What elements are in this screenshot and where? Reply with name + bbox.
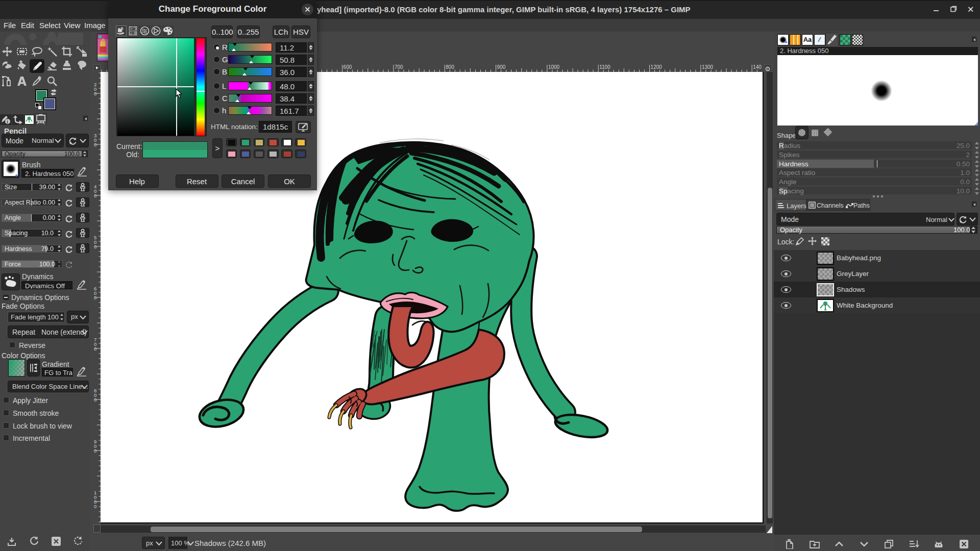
svg-text:0: 0 <box>94 448 96 454</box>
svg-text:1200: 1200 <box>651 64 663 70</box>
svg-text:0: 0 <box>94 142 96 147</box>
svg-text:1400: 1400 <box>753 64 762 70</box>
svg-text:0: 0 <box>94 193 96 198</box>
svg-text:0: 0 <box>94 91 96 96</box>
svg-text:CM: CM <box>130 27 135 31</box>
svg-text:0: 0 <box>94 295 96 300</box>
svg-text:0: 0 <box>94 504 96 509</box>
svg-text:700: 700 <box>395 64 403 70</box>
svg-text:900: 900 <box>497 64 506 70</box>
svg-text:YK: YK <box>130 31 135 35</box>
svg-text:1000: 1000 <box>548 64 560 70</box>
svg-text:0: 0 <box>94 244 96 249</box>
svg-text:1300: 1300 <box>702 64 714 70</box>
svg-text:i: i <box>7 119 8 124</box>
svg-text:1100: 1100 <box>599 64 610 70</box>
svg-text:0: 0 <box>94 346 96 352</box>
svg-text:600: 600 <box>344 64 352 70</box>
svg-text:0: 0 <box>94 397 96 403</box>
svg-text:800: 800 <box>446 64 454 70</box>
